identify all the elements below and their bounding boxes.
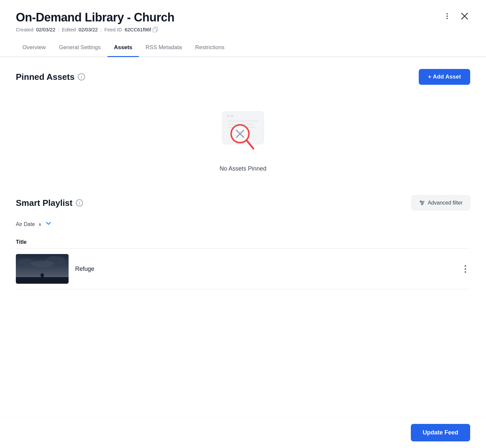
separator-1: | xyxy=(58,27,59,32)
empty-state-graphic xyxy=(213,106,273,159)
add-asset-button[interactable]: + Add Asset xyxy=(419,69,470,85)
svg-point-22 xyxy=(421,204,423,205)
table-header-row: Title xyxy=(16,236,470,249)
edited-value: 02/03/22 xyxy=(78,27,98,32)
copy-icon xyxy=(152,26,158,32)
more-options-icon xyxy=(443,12,451,20)
svg-point-0 xyxy=(446,13,448,15)
tab-overview[interactable]: Overview xyxy=(16,40,52,57)
row-title: Refuge xyxy=(75,266,454,272)
tab-assets[interactable]: Assets xyxy=(107,40,139,57)
pinned-assets-header: Pinned Assets i + Add Asset xyxy=(16,69,470,85)
feed-id-label: Feed ID xyxy=(105,27,122,32)
feed-id-value: 62CC61f96f xyxy=(125,27,151,32)
advanced-filter-button[interactable]: Advanced filter xyxy=(411,195,470,210)
tab-restrictions[interactable]: Restrictions xyxy=(189,40,231,57)
created-label: Created xyxy=(16,27,33,32)
tab-navigation: Overview General Settings Assets RSS Met… xyxy=(0,40,486,57)
svg-point-1 xyxy=(446,16,448,17)
header-actions xyxy=(442,11,470,22)
page-title: On-Demand Library - Church xyxy=(16,11,174,24)
pinned-assets-title-row: Pinned Assets i xyxy=(16,72,85,82)
tab-rss-metadata[interactable]: RSS Metadata xyxy=(139,40,189,57)
smart-playlist-section: Smart Playlist i Advanced filter xyxy=(16,195,470,289)
close-button[interactable] xyxy=(459,11,470,22)
svg-point-8 xyxy=(227,115,229,117)
svg-rect-29 xyxy=(41,276,44,281)
filter-icon xyxy=(419,200,425,206)
close-icon xyxy=(460,12,469,20)
sort-ascending-arrow[interactable]: ∧ xyxy=(38,222,42,227)
update-feed-button[interactable]: Update Feed xyxy=(411,424,470,441)
tab-general-settings[interactable]: General Settings xyxy=(52,40,107,57)
empty-state-text: No Assets Pinned xyxy=(220,165,266,172)
sort-label: Air Date xyxy=(16,221,35,227)
more-options-button[interactable] xyxy=(442,11,452,21)
empty-state: No Assets Pinned xyxy=(16,93,470,192)
feed-id-copy[interactable]: 62CC61f96f xyxy=(125,26,158,32)
row-thumbnail xyxy=(16,254,69,284)
svg-point-2 xyxy=(446,18,448,19)
svg-point-21 xyxy=(422,202,424,204)
smart-playlist-title-row: Smart Playlist i xyxy=(16,198,83,208)
edited-label: Edited xyxy=(62,27,76,32)
header-meta: Created 02/03/22 | Edited 02/03/22 | Fee… xyxy=(16,26,470,32)
row-actions xyxy=(461,263,470,275)
row-more-options-button[interactable] xyxy=(461,263,470,275)
sort-row: Air Date ∧ xyxy=(16,217,470,231)
chevron-down-icon xyxy=(45,220,52,227)
pinned-assets-title: Pinned Assets xyxy=(16,72,75,82)
smart-playlist-header: Smart Playlist i Advanced filter xyxy=(16,195,470,210)
svg-point-9 xyxy=(231,115,233,117)
thumbnail-svg xyxy=(16,254,69,284)
thumbnail-image xyxy=(16,254,69,284)
svg-point-20 xyxy=(420,201,422,202)
separator-2: | xyxy=(101,27,102,32)
created-value: 02/03/22 xyxy=(36,27,55,32)
footer: Update Feed xyxy=(0,417,486,448)
smart-playlist-title: Smart Playlist xyxy=(16,198,73,208)
row-more-options-icon xyxy=(463,264,468,274)
advanced-filter-label: Advanced filter xyxy=(428,200,463,206)
pinned-assets-info-icon[interactable]: i xyxy=(78,73,85,80)
svg-point-26 xyxy=(31,261,54,267)
sort-descending-chevron[interactable] xyxy=(45,220,52,229)
table-row: Refuge xyxy=(16,249,470,289)
smart-playlist-info-icon[interactable]: i xyxy=(76,199,83,207)
playlist-table: Title xyxy=(16,236,470,289)
column-title-header: Title xyxy=(16,239,470,245)
svg-rect-6 xyxy=(153,28,156,32)
